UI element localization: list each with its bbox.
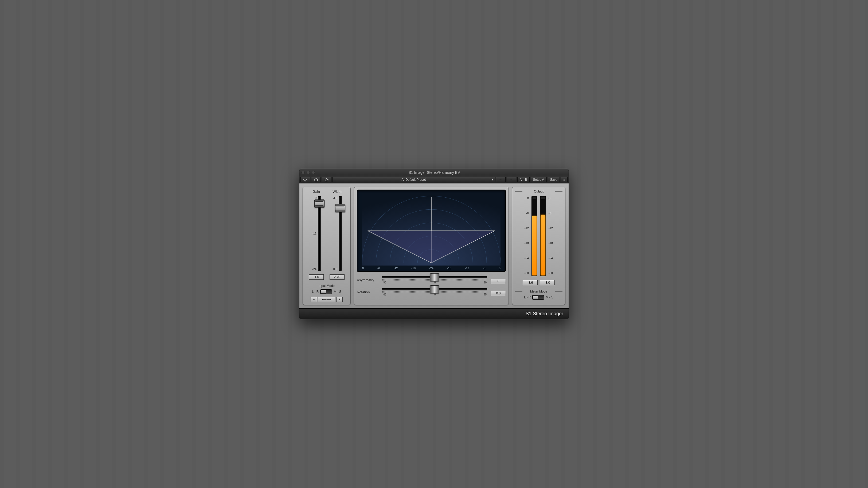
asymmetry-label: Asymmetry	[357, 278, 378, 282]
input-mode-label: Input Mode	[306, 284, 348, 288]
width-value[interactable]: 2.70	[330, 274, 344, 280]
undo-button[interactable]	[311, 177, 321, 182]
output-right-value[interactable]: -3.0	[540, 280, 555, 285]
width-label: Width	[333, 190, 341, 194]
input-mode-lr-label: L - R	[312, 290, 319, 294]
save-button[interactable]: Save	[548, 177, 560, 182]
scope-panel: 0-6 -12-18 -24-18 -12-6 0 Asymmetry -90	[354, 186, 509, 305]
input-mode-ms-label: M - S	[334, 290, 341, 294]
width-fader[interactable]	[339, 196, 342, 270]
plus-right-button[interactable]: +	[336, 297, 343, 302]
asymmetry-slider[interactable]	[382, 276, 487, 278]
asymmetry-value[interactable]: 0	[491, 279, 506, 284]
meter-mode-lr-label: L - R	[524, 295, 531, 299]
toolbar: A: Default Preset │▼ ← → A→B Setup A Sav…	[300, 176, 568, 183]
gain-fader[interactable]	[318, 196, 321, 270]
output-meter-right	[540, 196, 546, 276]
setup-button[interactable]: Setup A	[531, 177, 547, 182]
close-icon[interactable]	[302, 171, 305, 174]
next-preset-button[interactable]: →	[507, 177, 516, 182]
redo-button[interactable]	[322, 177, 332, 182]
gain-value[interactable]: -1.0	[309, 274, 324, 280]
ab-copy-button[interactable]: A→B	[517, 177, 530, 182]
stereo-scope: 0-6 -12-18 -24-18 -12-6 0	[357, 190, 506, 272]
rotation-value[interactable]: 0.0	[491, 291, 506, 296]
preset-dropdown[interactable]: A: Default Preset │▼	[333, 177, 495, 182]
minimize-icon[interactable]	[307, 171, 310, 174]
waves-logo-icon[interactable]	[301, 177, 310, 182]
output-panel: Output 0-6 -12-18 -24-30 0-6 -12-18	[512, 186, 565, 305]
output-label: Output	[515, 190, 562, 193]
input-panel: Gain 0 -12 -24 -1.0	[303, 186, 351, 305]
input-mode-switch[interactable]	[320, 289, 332, 294]
menu-button[interactable]: ≡	[561, 177, 567, 182]
rotation-label: Rotation	[357, 290, 378, 294]
plus-left-button[interactable]: +	[311, 297, 317, 302]
swap-button[interactable]: ⟵⟶	[318, 297, 335, 302]
prev-preset-button[interactable]: ←	[496, 177, 505, 182]
scope-scale: 0-6 -12-18 -24-18 -12-6 0	[362, 265, 500, 270]
output-meter-left	[531, 196, 537, 276]
titlebar: S1 Imager Stereo/Harmony BV	[300, 169, 568, 176]
meter-mode-ms-label: M - S	[546, 295, 553, 299]
meter-mode-switch[interactable]	[532, 295, 544, 300]
window-title: S1 Imager Stereo/Harmony BV	[318, 170, 551, 175]
gain-label: Gain	[312, 190, 320, 194]
footer-title: S1 Stereo Imager	[300, 308, 568, 319]
rotation-slider[interactable]	[382, 288, 487, 290]
plugin-window: S1 Imager Stereo/Harmony BV A: Default P…	[299, 169, 569, 319]
meter-mode-label: Meter Mode	[515, 290, 562, 293]
output-left-value[interactable]: -3.6	[523, 280, 538, 285]
dropdown-icon: │▼	[490, 178, 494, 181]
zoom-icon[interactable]	[312, 171, 315, 174]
preset-label: A: Default Preset	[401, 178, 426, 181]
